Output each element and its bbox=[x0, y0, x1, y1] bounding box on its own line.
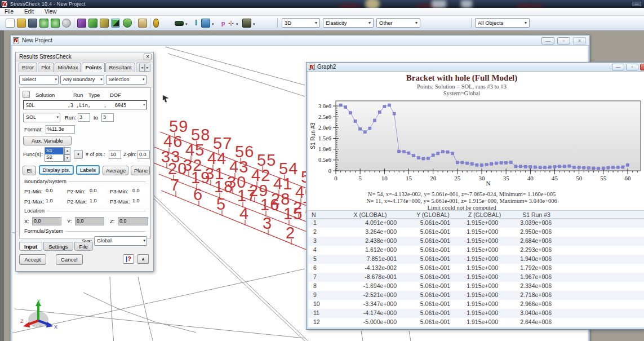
child-close-button[interactable]: ✕ bbox=[573, 37, 586, 45]
table-row[interactable]: 9-2.521e+0005.061e-0011.915e+0002.718e+0… bbox=[308, 291, 644, 300]
table-row[interactable]: 11-4.174e+0005.061e-0011.915e+0003.040e+… bbox=[308, 309, 644, 318]
loc-z-field[interactable]: 0.0 bbox=[118, 217, 148, 225]
help-button[interactable]: |? bbox=[123, 254, 134, 264]
green-cube-icon[interactable] bbox=[88, 19, 97, 28]
save-icon[interactable] bbox=[28, 19, 37, 28]
solution-list-row[interactable]: SOL ,3 ,Lin, , 6945 bbox=[23, 100, 147, 109]
cancel-button[interactable]: Cancel bbox=[56, 254, 83, 265]
table-row[interactable]: 57.851e-0015.061e-0011.915e+0001.940e+00… bbox=[308, 255, 644, 264]
spinner-up-icon[interactable]: ▲ bbox=[64, 147, 70, 154]
results-dialog-titlebar[interactable]: Results StressCheck ✕ bbox=[16, 52, 153, 61]
p1max-field[interactable]: 1.0 bbox=[45, 197, 61, 206]
axes-triad-icon[interactable]: ⊹ bbox=[226, 19, 236, 28]
table-row[interactable]: 8-1.694e+0005.061e-0011.915e+0002.334e+0… bbox=[308, 282, 644, 291]
display-toggle-icon[interactable] bbox=[111, 19, 120, 28]
menu-file[interactable]: File bbox=[0, 8, 18, 15]
new-project-titlebar[interactable]: New Project — ▫ ✕ bbox=[11, 36, 589, 46]
functions-spinner[interactable]: ▲ ▼ bbox=[64, 147, 70, 162]
results-table[interactable]: NX (GLOBAL)Y (GLOBAL)Z (GLOBAL)S1 Run #3… bbox=[308, 210, 644, 327]
child-restore-button[interactable]: ▫ bbox=[557, 37, 570, 45]
select-combo[interactable]: Select bbox=[19, 75, 59, 85]
boundary-combo[interactable]: Any Boundary bbox=[60, 75, 104, 85]
objects-dropdown[interactable]: All Objects bbox=[475, 18, 530, 28]
triad-caret-icon[interactable]: ▾ bbox=[236, 22, 238, 26]
stamp-caret-icon[interactable]: ▾ bbox=[253, 22, 255, 26]
loc-x-field[interactable]: 0.0 bbox=[32, 217, 61, 225]
tab-plot[interactable]: Plot bbox=[38, 63, 54, 72]
reference-dropdown[interactable]: Other bbox=[376, 18, 420, 28]
graph-close-button[interactable]: ✕ bbox=[640, 64, 644, 70]
export-green-icon[interactable] bbox=[51, 19, 60, 28]
purple-cube-icon[interactable] bbox=[77, 19, 86, 28]
table-row[interactable]: 6-4.132e-0025.061e-0011.915e+0001.792e+0… bbox=[308, 264, 644, 273]
child-minimize-button[interactable]: — bbox=[541, 37, 554, 45]
table-row[interactable]: 14.091e+0005.061e-0011.915e+0003.039e+00… bbox=[308, 219, 644, 228]
functions-listbox[interactable]: S1 S2 bbox=[45, 147, 64, 162]
plane-button[interactable]: Plane bbox=[131, 166, 150, 175]
p3min-field[interactable]: 0.0 bbox=[131, 187, 148, 196]
table-row[interactable]: 13-5.826e+0005.061e-0011.436e+0002.625e+… bbox=[308, 327, 644, 327]
functions-dropdown-icon[interactable]: ▾ bbox=[74, 150, 83, 159]
tab-scroll-left-icon[interactable]: ◄ bbox=[139, 64, 145, 72]
graph-titlebar[interactable]: Graph2 — ▫ ✕ bbox=[307, 63, 644, 72]
layers-icon[interactable] bbox=[201, 19, 210, 28]
aux-variable-button[interactable]: Aux. Variable bbox=[23, 136, 72, 145]
discipline-dropdown[interactable]: Elasticity bbox=[323, 18, 374, 28]
solution-combo[interactable]: SOL bbox=[23, 113, 60, 122]
layers-caret-icon[interactable]: ▾ bbox=[212, 22, 214, 26]
graph-minimize-button[interactable]: — bbox=[612, 64, 624, 70]
swatch-icon[interactable] bbox=[175, 21, 184, 26]
beam-section-icon[interactable]: I bbox=[192, 19, 201, 28]
sys-combo[interactable]: Global bbox=[94, 236, 147, 246]
stamp-icon[interactable] bbox=[242, 19, 251, 28]
menu-view[interactable]: View bbox=[40, 8, 61, 15]
shield-icon[interactable] bbox=[123, 19, 132, 28]
menu-edit[interactable]: Edit bbox=[20, 8, 38, 15]
average-button[interactable]: Average bbox=[103, 166, 128, 175]
tab-input[interactable]: Input bbox=[19, 242, 42, 251]
table-row[interactable]: 10-3.347e+0005.061e-0011.915e+0002.966e+… bbox=[308, 300, 644, 309]
graph-restore-button[interactable]: ▫ bbox=[626, 64, 638, 70]
tab-file[interactable]: File bbox=[74, 242, 93, 251]
table-row[interactable]: 41.612e+0005.061e-0011.915e+0002.293e+00… bbox=[308, 246, 644, 255]
new-document-icon[interactable] bbox=[6, 19, 15, 28]
table-row[interactable]: 12-5.000e+0005.061e-0011.915e+0002.644e+… bbox=[308, 318, 644, 327]
selection-combo[interactable]: Selection bbox=[106, 75, 146, 85]
olive-cube-icon[interactable] bbox=[100, 19, 109, 28]
collapse-button[interactable]: ▲ bbox=[137, 254, 149, 264]
et-button[interactable]: Et bbox=[23, 166, 36, 175]
pts-field[interactable]: 10 bbox=[109, 150, 121, 159]
loc-y-field[interactable]: 0.0 bbox=[75, 217, 104, 225]
tab-resultant[interactable]: Resultant bbox=[105, 63, 135, 72]
tab-minmax[interactable]: Min/Max bbox=[55, 63, 82, 72]
table-row[interactable]: 23.264e+0005.061e-0011.915e+0002.950e+00… bbox=[308, 228, 644, 237]
open-folder-icon[interactable] bbox=[17, 19, 26, 28]
p2max-field[interactable]: 1.0 bbox=[88, 197, 105, 206]
close-icon[interactable]: ✕ bbox=[144, 54, 152, 60]
spinner-down-icon[interactable]: ▼ bbox=[64, 154, 70, 162]
p2min-field[interactable]: 0.0 bbox=[88, 187, 105, 196]
folder-pair-icon[interactable] bbox=[138, 19, 147, 28]
run-to-field[interactable]: 3 bbox=[101, 113, 114, 122]
display-pts-button[interactable]: Display pts. bbox=[39, 165, 74, 175]
swatch-caret-icon[interactable]: ▾ bbox=[185, 22, 188, 26]
tab-scroll-right-icon[interactable]: ► bbox=[145, 64, 150, 72]
zpln-field[interactable]: 0.0 bbox=[137, 150, 150, 159]
labels-button[interactable]: Labels bbox=[76, 165, 100, 175]
p1min-field[interactable]: 0.0 bbox=[45, 187, 61, 196]
tab-points[interactable]: Points bbox=[82, 63, 105, 72]
tab-settings[interactable]: Settings bbox=[43, 242, 73, 251]
accept-button[interactable]: Accept bbox=[19, 254, 46, 265]
p3max-field[interactable]: 1.0 bbox=[131, 197, 148, 206]
tab-error[interactable]: Error bbox=[19, 63, 37, 72]
key-icon[interactable] bbox=[153, 19, 159, 28]
dimension-dropdown[interactable]: 3D bbox=[282, 18, 320, 28]
table-row[interactable]: 32.438e+0005.061e-0011.915e+0002.684e+00… bbox=[308, 237, 644, 246]
format-field[interactable]: %11.3e bbox=[46, 125, 75, 134]
import-green-icon[interactable] bbox=[39, 19, 48, 28]
func-item-s2[interactable]: S2 bbox=[45, 154, 63, 161]
func-item-s1[interactable]: S1 bbox=[45, 148, 63, 154]
list-select-icon[interactable] bbox=[23, 91, 30, 98]
table-row[interactable]: 7-8.678e-0015.061e-0011.915e+0001.967e+0… bbox=[308, 273, 644, 282]
run-from-field[interactable]: 3 bbox=[78, 113, 90, 122]
